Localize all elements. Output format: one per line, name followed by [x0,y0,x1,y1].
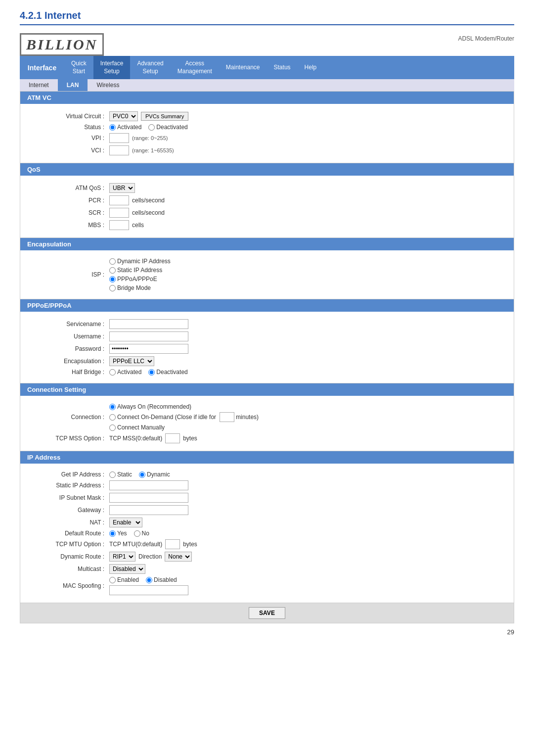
save-bar: SAVE [20,603,514,623]
gateway-input[interactable]: 0.0.0.0 [109,505,188,515]
atm-qos-select[interactable]: UBR [109,183,135,193]
vpi-input[interactable]: 8 [109,133,129,143]
nav-interface-label: Interface [20,56,64,79]
get-ip-dynamic-radio[interactable] [139,472,145,478]
isp-pppoa-pppoe-radio[interactable] [109,276,116,283]
isp-label: ISP : [30,271,109,278]
nav-access-management[interactable]: AccessManagement [171,56,219,79]
nav-status[interactable]: Status [267,60,298,76]
tab-internet[interactable]: Internet [20,79,58,91]
get-ip-static-option[interactable]: Static [109,471,132,478]
nav-quick-start[interactable]: QuickStart [64,56,93,79]
connect-on-demand-radio[interactable] [109,414,116,421]
virtual-circuit-select[interactable]: PVC0 [109,111,138,121]
mac-disabled-option[interactable]: Disabled [146,576,177,583]
dynamic-route-select[interactable]: RIP1 [109,552,135,562]
direction-select[interactable]: None [165,552,192,562]
default-route-no-radio[interactable] [134,530,140,537]
tcp-mss-input[interactable]: 0 [165,433,180,443]
get-ip-dynamic-label: Dynamic [147,471,170,478]
pvcs-summary-button[interactable]: PVCs Summary [141,112,188,121]
isp-dynamic-ip-label: Dynamic IP Address [117,258,171,265]
isp-dynamic-ip-radio[interactable] [109,258,116,265]
default-route-yes-option[interactable]: Yes [109,530,127,537]
username-input[interactable]: username [109,331,188,341]
isp-bridge-mode-radio[interactable] [109,285,116,291]
nav-advanced-setup[interactable]: AdvancedSetup [130,56,170,79]
status-deactivated-radio[interactable] [148,124,155,131]
mac-disabled-radio[interactable] [146,577,152,583]
vci-label: VCI : [30,147,109,154]
ip-subnet-row: IP Subnet Mask : 0.0.0.0 [30,493,504,503]
status-activated-option[interactable]: Activated [109,124,141,131]
vci-hint: (range: 1~65535) [132,147,174,153]
password-input[interactable] [109,344,188,354]
vpi-control: 8 (range: 0~255) [109,133,168,143]
half-bridge-activated-option[interactable]: Activated [109,369,141,376]
servicename-input[interactable] [109,319,188,329]
ip-subnet-input[interactable]: 0.0.0.0 [109,493,188,503]
idle-minutes-input[interactable]: 0 [220,412,234,422]
static-ip-input[interactable]: 0.0.0.0 [109,480,188,490]
mac-enabled-radio[interactable] [109,577,116,583]
tcp-mtu-control: TCP MTU(0:default) 0 bytes [109,539,197,549]
half-bridge-deactivated-option[interactable]: Deactivated [148,369,187,376]
save-button[interactable]: SAVE [249,607,285,619]
brand-container: BILLION ADSL Modem/Router [20,33,514,56]
tcp-mss-bytes: bytes [183,435,197,442]
encapsulation-body: ISP : Dynamic IP Address Static IP Addre… [20,250,514,299]
half-bridge-deactivated-radio[interactable] [148,369,155,376]
static-ip-control: 0.0.0.0 [109,480,188,490]
default-route-yes-radio[interactable] [109,530,116,537]
dynamic-route-control: RIP1 Direction None [109,552,192,562]
nat-select[interactable]: Enable Disable [109,518,142,527]
multicast-select[interactable]: Disabled Enabled [109,564,145,574]
tcp-mss-label: TCP MSS Option : [30,435,109,442]
isp-static-ip-radio[interactable] [109,267,116,274]
page-number: 29 [20,628,514,636]
isp-dynamic-ip-option[interactable]: Dynamic IP Address [109,258,171,265]
tab-wireless[interactable]: Wireless [88,79,128,91]
multicast-control: Disabled Enabled [109,564,145,574]
default-route-no-option[interactable]: No [134,530,149,537]
tcp-mtu-label: TCP MTU Option : [30,541,109,548]
ip-subnet-control: 0.0.0.0 [109,493,188,503]
isp-static-ip-option[interactable]: Static IP Address [109,267,162,274]
connect-manually-option[interactable]: Connect Manually [109,424,165,431]
nav-help[interactable]: Help [298,60,324,76]
status-activated-radio[interactable] [109,124,116,131]
vci-input[interactable]: 35 [109,145,129,155]
half-bridge-activated-radio[interactable] [109,369,116,376]
status-deactivated-option[interactable]: Deactivated [148,124,187,131]
mac-enabled-label: Enabled [117,576,139,583]
mac-address-input[interactable]: 00:00:00:00:00:00 [109,585,188,595]
nav-maintenance[interactable]: Maintenance [219,60,267,76]
half-bridge-deactivated-label: Deactivated [156,369,187,376]
nav-interface-setup[interactable]: InterfaceSetup [93,56,131,79]
tcp-mss-row: TCP MSS Option : TCP MSS(0:default) 0 by… [30,433,504,443]
always-on-option[interactable]: Always On (Recommended) [109,403,191,410]
connect-manually-radio[interactable] [109,425,116,431]
get-ip-dynamic-option[interactable]: Dynamic [139,471,170,478]
gateway-control: 0.0.0.0 [109,505,188,515]
isp-pppoa-pppoe-option[interactable]: PPPoA/PPPoE [109,276,157,283]
get-ip-label: Get IP Address : [30,471,109,478]
isp-bridge-mode-option[interactable]: Bridge Mode [109,284,151,291]
tcp-mtu-input[interactable]: 0 [165,539,180,549]
static-ip-row: Static IP Address : 0.0.0.0 [30,480,504,490]
mbs-input[interactable]: 0 [109,220,129,230]
scr-input[interactable]: 0 [109,208,129,218]
get-ip-static-radio[interactable] [109,472,116,478]
pcr-unit: cells/second [132,197,165,204]
pppoe-pppoa-section: PPPoE/PPPoA Servicename : Username : use… [20,299,514,383]
connect-on-demand-option[interactable]: Connect On-Demand (Close if idle for 0 m… [109,412,259,422]
connect-manually-label: Connect Manually [117,424,165,431]
tab-lan[interactable]: LAN [58,79,88,91]
always-on-radio[interactable] [109,404,116,410]
gateway-row: Gateway : 0.0.0.0 [30,505,504,515]
ip-address-header: IP Address [20,451,514,464]
pcr-input[interactable]: 0 [109,195,129,205]
encapsulation-select[interactable]: PPPoE LLC [109,356,154,366]
mac-enabled-option[interactable]: Enabled [109,576,139,583]
default-route-row: Default Route : Yes No [30,530,504,537]
